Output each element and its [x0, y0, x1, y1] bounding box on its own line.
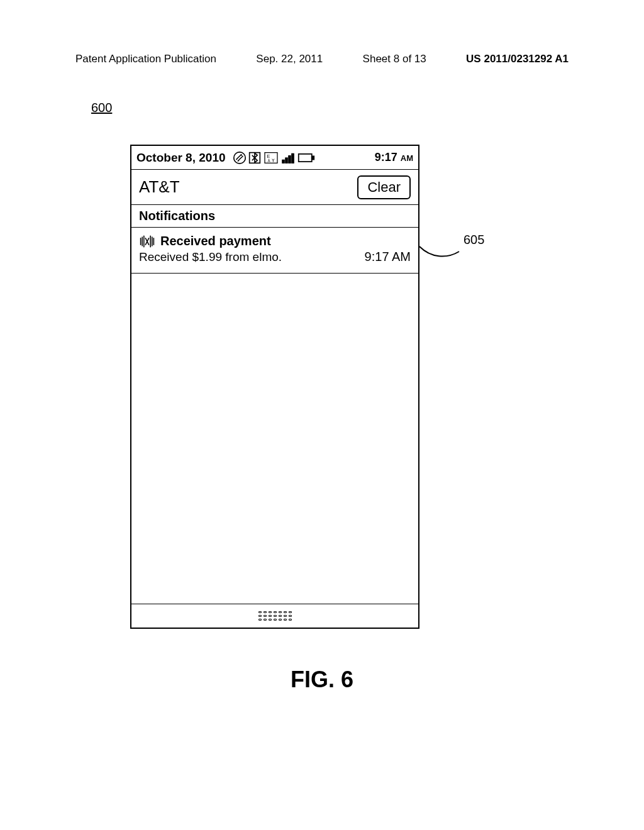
bump-icon — [139, 235, 155, 248]
status-time-value: 9:17 — [375, 151, 397, 163]
bottom-nav-bar — [131, 604, 418, 628]
notification-body: Received $1.99 from elmo. — [139, 250, 282, 264]
status-time-ampm: AM — [401, 153, 413, 163]
notification-title-row: Received payment — [139, 234, 411, 248]
svg-point-0 — [233, 152, 245, 163]
notification-time: 9:17 AM — [365, 250, 411, 264]
svg-rect-8 — [298, 153, 311, 161]
publication-number: US 2011/0231292 A1 — [466, 53, 569, 65]
callout-605-label: 605 — [464, 233, 484, 247]
carrier-bar: AT&T Clear — [131, 170, 418, 205]
svg-text:E: E — [267, 153, 270, 159]
clear-button[interactable]: Clear — [357, 175, 411, 199]
figure-caption: FIG. 6 — [0, 667, 644, 693]
svg-rect-4 — [282, 160, 284, 163]
figure-reference-number: 600 — [91, 101, 112, 115]
callout-605: 605 — [418, 233, 487, 270]
notification-item[interactable]: Received payment Received $1.99 from elm… — [131, 228, 418, 274]
data-icon: E — [264, 152, 279, 164]
svg-rect-6 — [288, 155, 290, 163]
notifications-header: Notifications — [131, 205, 418, 228]
notification-body-row: Received $1.99 from elmo. 9:17 AM — [139, 250, 411, 264]
empty-content-area — [131, 274, 418, 604]
nfc-icon — [233, 152, 246, 164]
notification-title: Received payment — [160, 234, 271, 248]
publication-date: Sep. 22, 2011 — [256, 53, 323, 65]
phone-screen: October 8, 2010 E — [130, 145, 419, 629]
bluetooth-icon — [248, 152, 261, 164]
publication-type: Patent Application Publication — [75, 53, 216, 65]
status-date: October 8, 2010 — [136, 151, 226, 165]
status-icons-group: E — [233, 152, 315, 164]
sheet-info: Sheet 8 of 13 — [363, 53, 426, 65]
status-bar: October 8, 2010 E — [131, 146, 418, 170]
status-time: 9:17 AM — [375, 151, 413, 164]
carrier-name: AT&T — [139, 177, 180, 197]
grip-dots-icon — [258, 611, 292, 621]
page-header: Patent Application Publication Sep. 22, … — [0, 53, 644, 65]
svg-rect-5 — [285, 158, 287, 163]
signal-icon — [281, 152, 295, 164]
svg-rect-9 — [311, 156, 314, 159]
svg-rect-7 — [291, 153, 293, 163]
battery-icon — [297, 153, 315, 163]
